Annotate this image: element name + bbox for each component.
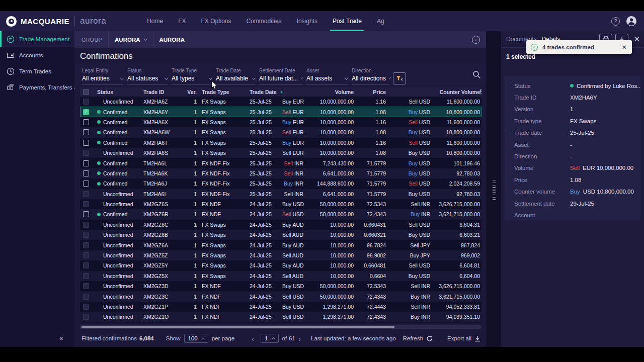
filter-trade-type-dropdown[interactable]: All types — [172, 75, 212, 84]
nav-item-home[interactable]: Home — [139, 11, 171, 31]
table-row-XM2GZ6C[interactable]: UnconfirmedXM2GZ6C1FX Swaps24-Jul-25Buy … — [80, 220, 481, 230]
header-trade-type[interactable]: Trade Type — [199, 89, 240, 95]
sidebar-collapse-button[interactable]: « — [59, 334, 63, 342]
status-dot — [97, 131, 101, 134]
table-row-XM2GZ5X[interactable]: UnconfirmedXM2GZ5X1FX Swaps24-Jul-25Sell… — [80, 271, 481, 281]
payments-icon — [7, 83, 15, 92]
table-row-XM2GZ5Y[interactable]: UnconfirmedXM2GZ5Y1FX Swaps24-Jul-25Buy … — [80, 260, 481, 270]
table-row-XM2HA6Y[interactable]: ✓ConfirmedXM2HA6Y1FX Swaps25-Jul-25Sell … — [80, 107, 481, 117]
horizontal-scrollbar-thumb[interactable] — [82, 326, 394, 328]
table-row-XM2HA6Z[interactable]: UnconfirmedXM2HA6Z1FX Swaps25-Jul-25Buy … — [80, 97, 481, 107]
export-all-button[interactable]: Export all — [440, 335, 481, 342]
next-page-button[interactable]: › — [295, 334, 304, 343]
nav-item-fx[interactable]: FX — [171, 11, 193, 31]
table-row-XM2GZ6A[interactable]: UnconfirmedXM2GZ6A1FX Swaps24-Jul-25Buy … — [80, 240, 481, 250]
panel-resize-handle[interactable] — [493, 180, 496, 200]
row-checkbox[interactable] — [83, 160, 89, 166]
table-row-XM2HA6S[interactable]: UnconfirmedXM2HA6S1FX Swaps25-Jul-25Sell… — [80, 148, 481, 158]
detail-value-text: - — [570, 153, 572, 159]
info-icon[interactable]: i — [472, 36, 480, 44]
table-row-XM2GZ3C[interactable]: UnconfirmedXM2GZ3C1FX NDF24-Jul-25Sell U… — [80, 291, 481, 301]
header-trade-date[interactable]: Trade Date — [240, 89, 282, 95]
row-checkbox[interactable] — [83, 201, 89, 207]
table-row-XM2GZ3D[interactable]: UnconfirmedXM2GZ3D1FX NDF24-Jul-25Buy US… — [80, 281, 481, 291]
row-checkbox[interactable] — [83, 129, 89, 135]
close-panel-icon[interactable]: ✕ — [633, 35, 640, 44]
refresh-button[interactable]: Refresh — [396, 335, 440, 342]
row-checkbox[interactable] — [83, 211, 89, 217]
header-ver[interactable]: Ver. — [185, 89, 199, 95]
table-row-XM2GZ1O[interactable]: UnconfirmedXM2GZ1O1FX NDF24-Jul-25Sell U… — [80, 312, 481, 322]
status-dot — [97, 141, 101, 144]
horizontal-scrollbar[interactable] — [80, 325, 481, 329]
table-row-XM2GZ6R[interactable]: ConfirmedXM2GZ6R1FX NDF24-Jul-25Sell USD… — [80, 209, 481, 219]
filter-x-icon — [396, 75, 403, 81]
header-price[interactable]: Price — [359, 89, 391, 95]
filter-settlement-date-dropdown[interactable]: All future dat... — [259, 75, 302, 84]
prev-page-button[interactable]: ‹ — [249, 334, 257, 343]
row-checkbox[interactable] — [83, 191, 89, 197]
header-volume[interactable]: Volume — [310, 89, 359, 95]
table-row-TM2HA6L[interactable]: ConfirmedTM2HA6L1FX NDF-Fix25-Jul-25Sell… — [80, 158, 481, 168]
toast-close-icon[interactable]: ✕ — [622, 44, 627, 51]
header-select-all[interactable] — [80, 89, 94, 95]
status-text: Confirmed — [103, 109, 127, 115]
row-checkbox[interactable]: ✓ — [83, 109, 89, 115]
table-row-XM2GZ6S[interactable]: UnconfirmedXM2GZ6S1FX NDF24-Jul-25Buy US… — [80, 199, 481, 209]
page-number-select[interactable]: 1 — [261, 334, 278, 343]
row-checkbox[interactable] — [83, 273, 89, 279]
row-checkbox[interactable] — [83, 150, 89, 156]
sidebar-item-trade-management[interactable]: Trade Management — [0, 31, 74, 47]
table-row-TM2HA6I[interactable]: UnconfirmedTM2HA6I1FX NDF-Fix25-Jul-25Se… — [80, 189, 481, 199]
filter-legal-entity-dropdown[interactable]: All entities — [82, 75, 123, 84]
user-avatar-icon[interactable] — [626, 16, 637, 27]
table-row-XM2HA6X[interactable]: ConfirmedXM2HA6X1FX Swaps25-Jul-25Buy EU… — [80, 117, 481, 127]
row-checkbox[interactable] — [83, 283, 89, 289]
cell-status: Unconfirmed — [94, 283, 140, 289]
help-icon[interactable]: ? — [611, 17, 620, 26]
row-checkbox[interactable] — [83, 252, 89, 258]
row-checkbox[interactable] — [83, 180, 89, 187]
nav-item-fx-options[interactable]: FX Options — [194, 11, 239, 31]
row-checkbox[interactable] — [83, 140, 89, 146]
sidebar-item-accounts[interactable]: Accounts — [0, 47, 74, 63]
table-row-XM2GZ6B[interactable]: UnconfirmedXM2GZ6B1FX Swaps24-Jul-25Sell… — [80, 230, 481, 240]
filter-asset-dropdown[interactable]: All assets — [306, 75, 348, 84]
filter-status-dropdown[interactable]: All statuses — [127, 75, 168, 84]
nav-item-insights[interactable]: Insights — [289, 11, 325, 31]
row-checkbox[interactable] — [83, 119, 89, 125]
table-row-XM2GZ5Z[interactable]: UnconfirmedXM2GZ5Z1FX Swaps24-Jul-25Sell… — [80, 250, 481, 260]
header-status[interactable]: Status — [94, 89, 140, 95]
table-row-TM2HA6J[interactable]: ConfirmedTM2HA6J1FX NDF-Fix25-Jul-25Buy … — [80, 178, 481, 189]
clear-filters-button[interactable] — [393, 72, 406, 84]
table-row-XM2GZ1P[interactable]: UnconfirmedXM2GZ1P1FX NDF24-Jul-25Buy US… — [80, 302, 481, 312]
counter-direction-word: Sell — [409, 99, 418, 105]
filter-trade-date-dropdown[interactable]: All available — [216, 75, 255, 84]
row-checkbox[interactable] — [83, 170, 89, 176]
row-checkbox[interactable] — [83, 232, 89, 238]
row-checkbox[interactable] — [83, 314, 89, 320]
header-counter-volume[interactable]: Counter Volume — [435, 89, 481, 95]
table-row-XM2HA6W[interactable]: ConfirmedXM2HA6W1FX Swaps25-Jul-25Sell E… — [80, 127, 481, 137]
row-checkbox[interactable] — [83, 242, 89, 248]
detail-value: BuyUSD 10,800,000.00 — [570, 189, 634, 195]
table-row-XM2HA6T[interactable]: ConfirmedXM2HA6T1FX Swaps25-Jul-25Buy EU… — [80, 138, 481, 148]
group-selector[interactable]: AURORA — [115, 37, 146, 43]
direction-word: Buy — [282, 262, 291, 268]
search-icon[interactable] — [472, 70, 481, 81]
table-row-TM2HA6K[interactable]: ConfirmedTM2HA6K1FX NDF-Fix25-Jul-25Sell… — [80, 168, 481, 178]
row-checkbox[interactable] — [83, 294, 89, 300]
filter-direction-dropdown[interactable]: All directions — [352, 75, 389, 84]
row-checkbox[interactable] — [83, 222, 89, 228]
header-trade-id[interactable]: Trade ID — [140, 89, 185, 95]
sidebar-item-payments-transfers[interactable]: Payments, Transfers & ... — [0, 79, 74, 96]
page-size-select[interactable]: 100 — [184, 334, 208, 343]
nav-item-commodities[interactable]: Commodities — [239, 11, 289, 31]
row-checkbox[interactable] — [83, 304, 89, 310]
nav-item-ag[interactable]: Ag — [369, 11, 392, 31]
sidebar-item-term-trades[interactable]: Term Trades — [0, 63, 74, 79]
nav-item-post-trade[interactable]: Post Trade — [325, 11, 369, 31]
row-checkbox[interactable] — [83, 99, 89, 105]
macquarie-logo[interactable]: MACQUARIE aurora — [6, 16, 106, 27]
row-checkbox[interactable] — [83, 262, 89, 268]
